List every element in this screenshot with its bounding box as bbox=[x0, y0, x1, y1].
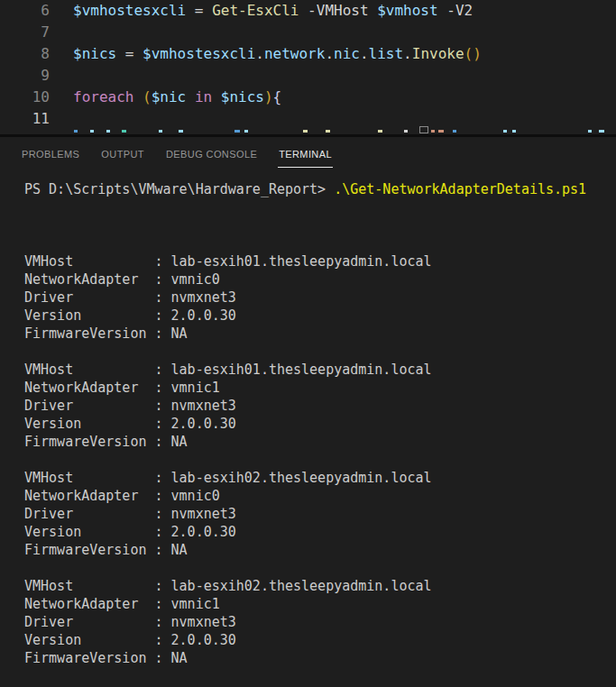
line-number: 11 bbox=[0, 108, 50, 130]
line-number: 6 bbox=[0, 0, 50, 22]
vscode-window: 6$vmhostesxcli = Get-EsxCli -VMHost $vmh… bbox=[0, 0, 616, 687]
tab-debug-console[interactable]: DEBUG CONSOLE bbox=[165, 137, 258, 168]
tab-problems[interactable]: PROBLEMS bbox=[21, 137, 80, 168]
line-number: 10 bbox=[0, 87, 50, 108]
unknown-glyph-box bbox=[419, 126, 428, 133]
code-lines: 6$vmhostesxcli = Get-EsxCli -VMHost $vmh… bbox=[0, 0, 616, 130]
code-text: $nics = $vmhostesxcli.network.nic.list.I… bbox=[73, 43, 482, 65]
clipped-code-line bbox=[0, 128, 616, 134]
line-number: 9 bbox=[0, 65, 50, 87]
line-number: 8 bbox=[0, 43, 50, 65]
terminal-output: VMHost : lab-esxih01.thesleepyadmin.loca… bbox=[24, 253, 432, 666]
bottom-panel: PROBLEMSOUTPUTDEBUG CONSOLETERMINAL PS D… bbox=[0, 137, 616, 685]
code-text: $vmhostesxcli = Get-EsxCli -VMHost $vmho… bbox=[73, 0, 473, 22]
code-line[interactable]: 6$vmhostesxcli = Get-EsxCli -VMHost $vmh… bbox=[0, 0, 616, 22]
terminal-prompt: PS D:\Scripts\VMware\Hardware_Report> bbox=[24, 181, 334, 197]
terminal-command: .\Get-NetworkAdapterDetails.ps1 bbox=[334, 181, 586, 197]
code-line[interactable]: 7 bbox=[0, 22, 616, 43]
line-number: 7 bbox=[0, 22, 50, 43]
tab-output[interactable]: OUTPUT bbox=[100, 137, 145, 168]
tab-terminal[interactable]: TERMINAL bbox=[278, 137, 333, 168]
code-line[interactable]: 9 bbox=[0, 65, 616, 87]
code-editor[interactable]: 6$vmhostesxcli = Get-EsxCli -VMHost $vmh… bbox=[0, 0, 616, 134]
code-line[interactable]: 11 bbox=[0, 108, 616, 130]
code-text: foreach ($nic in $nics){ bbox=[73, 87, 281, 108]
code-line[interactable]: 8$nics = $vmhostesxcli.network.nic.list.… bbox=[0, 43, 616, 65]
panel-tabs: PROBLEMSOUTPUTDEBUG CONSOLETERMINAL bbox=[0, 137, 616, 173]
terminal[interactable]: PS D:\Scripts\VMware\Hardware_Report> .\… bbox=[0, 173, 616, 667]
code-line[interactable]: 10foreach ($nic in $nics){ bbox=[0, 87, 616, 108]
